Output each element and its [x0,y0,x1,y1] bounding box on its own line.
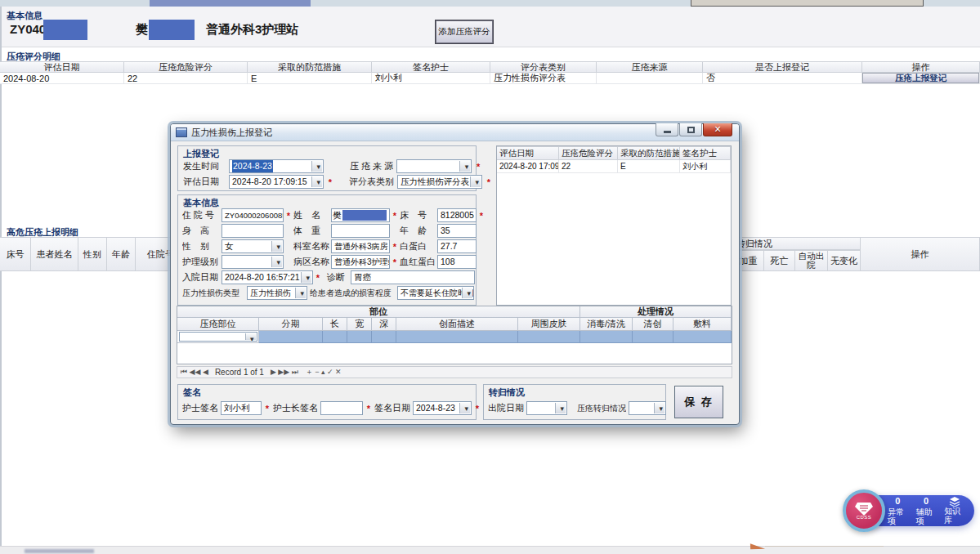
header-cell: 压疮危险评分 [124,61,248,73]
dialog-titlebar[interactable]: 压力性损伤上报登记 ✕ [171,124,739,141]
nursing-station: 普通外科3护理站 [206,22,298,38]
sign-date-combo[interactable]: 2024-8-23 [413,401,472,415]
cell-nurse: 刘小利 [372,73,490,84]
patient-name-redaction [149,20,195,40]
partial-toolbar [691,0,924,7]
navigator-prev-icons[interactable]: ⏮ ◀◀ ◀ [181,368,208,377]
discharge-date-combo[interactable] [526,401,567,415]
selected-cell [580,331,633,343]
care-level-combo[interactable] [222,255,284,269]
wound-site-combo[interactable] [179,332,257,342]
age-field[interactable]: 35 [437,224,477,238]
required-marker: * [392,242,398,252]
navigator-next-icons[interactable]: ▶ ▶▶ ⏭ ＋ − ▴ ✓ ✕ [271,367,342,378]
wound-parts-row[interactable] [177,331,732,343]
harm-degree-label: 给患者造成的损害程度 [310,288,395,299]
admission-no-label: 住 院 号 [182,209,220,221]
header-cell: 自动出院 [795,250,828,271]
history-cell: 2024-8-20 17:09:... [497,160,559,173]
scale-type-combo[interactable]: 压力性损伤评分表 [397,175,482,189]
hemoglobin-field[interactable]: 108 [437,255,477,269]
abnormal-items[interactable]: 0 异常项 [888,497,908,525]
add-score-button[interactable]: 添加压疮评分 [436,20,493,43]
gender-combo[interactable]: 女 [222,239,284,253]
assist-items[interactable]: 0 辅助项 [916,497,937,525]
selected-cell [633,331,673,343]
gender-label: 性 别 [182,240,220,252]
harm-degree-combo[interactable]: 不需要延长住院时间 [397,286,474,300]
outcome-group-header: 转归情况 [733,237,861,250]
app-root: { "top": { "section_title": "基本信息", "pat… [0,0,980,554]
selected-cell [372,331,396,343]
patient-surname: 樊 [136,22,148,38]
cell-measures: E [248,73,372,84]
injury-type-label: 压力性损伤类型 [182,288,244,299]
knowledge-label: 知识库 [944,507,964,525]
minimize-icon [664,131,671,133]
selected-cell [396,331,518,343]
header-cell: 长 [323,318,347,331]
albumin-field[interactable]: 27.7 [437,239,477,253]
dept-field[interactable]: 普通外科3病房 [331,239,390,253]
dept-label: 科室名称 [293,240,329,252]
injury-type-combo[interactable]: 压力性损伤 [247,286,307,300]
header-cell: 性别 [78,237,107,271]
record-navigator[interactable]: ⏮ ◀◀ ◀ Record 1 of 1 ▶ ▶▶ ⏭ ＋ − ▴ ✓ ✕ [177,366,732,378]
header-cell: 操作 [861,237,980,271]
nurse-sign-field[interactable]: 刘小利 [221,401,262,415]
admit-date-combo[interactable]: 2024-8-20 16:57:21 [222,270,313,284]
knowledge-base[interactable]: 知识库 [944,497,964,525]
bottom-partial-text [25,549,94,553]
header-cell: 清创 [633,318,673,331]
header-cell: 采取的防范措施 [248,61,372,73]
name-field[interactable]: 樊 [331,208,390,222]
header-cell: 签名护士 [680,146,731,160]
source-combo[interactable] [396,159,472,173]
occur-time-combo[interactable]: 2024-8-23 [229,159,324,173]
minimize-button[interactable] [656,123,678,136]
assessment-history-table: 评估日期 压疮危险评分 采取的防范措施 签名护士 2024-8-20 17:09… [496,145,732,306]
header-cell: 周围皮肤 [518,318,580,331]
pressure-outcome-combo[interactable] [629,401,666,415]
header-cell: 创面描述 [396,318,518,331]
height-field[interactable] [222,224,284,238]
group-header-treatment: 处理情况 [580,306,732,318]
header-cell: 评分表类别 [490,61,597,73]
save-button[interactable]: 保 存 [674,386,723,418]
cell-action: 压疮上报登记 [862,73,980,84]
header-cell: 压疮部位 [177,318,259,331]
admission-no-field[interactable]: ZY040002060085 [222,208,284,222]
header-cell: 采取的防范措施 [618,146,680,160]
history-row[interactable]: 2024-8-20 17:09:... 22 E 刘小利 [497,160,731,173]
header-cell: 评估日期 [0,61,124,73]
assess-date-combo[interactable]: 2024-8-20 17:09:15 [229,175,324,189]
assess-date-label: 评估日期 [183,176,226,188]
dialog-title: 压力性损伤上报登记 [191,127,272,139]
cdss-logo-button[interactable]: CDSS [843,489,885,532]
required-marker: * [315,273,321,283]
pointer-line [765,546,884,547]
maximize-icon [687,127,695,133]
required-marker: * [486,177,492,187]
header-cell: 年龄 [107,237,136,271]
cdss-diamond-icon [855,503,873,516]
header-cell: 无变化 [828,250,861,271]
selected-cell [518,331,580,343]
ward-field[interactable]: 普通外科3护理站 [331,255,390,269]
nurse-sign-label: 护士签名 [182,402,218,414]
weight-field[interactable] [331,224,390,238]
hemoglobin-label: 血红蛋白 [400,256,436,268]
diagnosis-field[interactable]: 胃癌 [351,270,475,284]
header-cell: 床号 [0,237,31,271]
report-registration-button[interactable]: 压疮上报登记 [862,73,979,83]
header-cell: 压疮危险评分 [559,146,618,160]
maximize-button[interactable] [679,123,702,136]
history-cell: 22 [559,160,618,173]
required-marker: * [327,177,333,187]
close-button[interactable]: ✕ [703,123,732,136]
head-nurse-sign-field[interactable] [320,401,363,415]
basic-groupbox-title: 基本信息 [183,197,219,209]
bed-no-field[interactable]: 8128005 [437,208,477,222]
sign-date-label: 签名日期 [374,402,410,414]
score-table-row[interactable]: 2024-08-20 22 E 刘小利 压力性损伤评分表 否 压疮上报登记 [0,73,980,84]
